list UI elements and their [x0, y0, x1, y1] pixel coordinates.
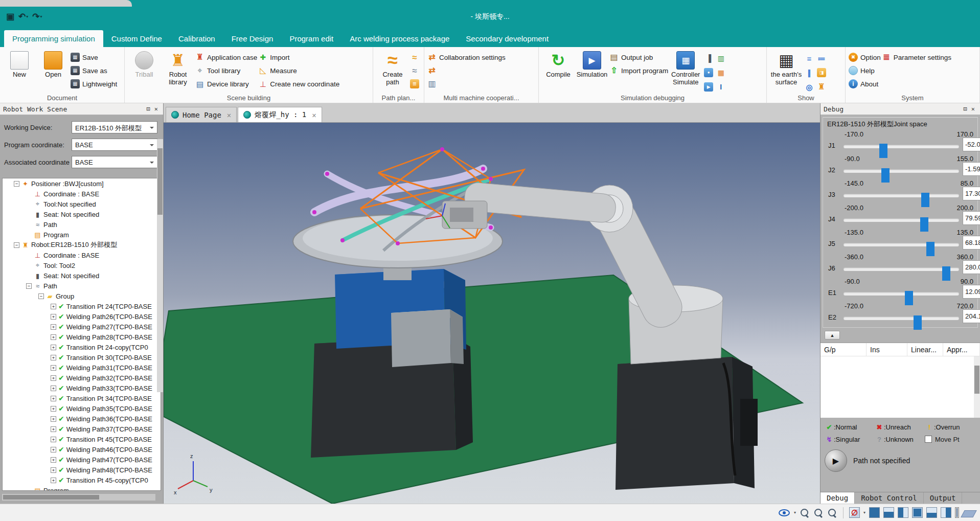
- collapse-expander[interactable]: −: [26, 283, 32, 289]
- ribbon-tab-custom-define[interactable]: Custom Define: [103, 30, 170, 47]
- tree-item[interactable]: ▤Program: [3, 230, 161, 240]
- eye-caret[interactable]: ▾: [794, 510, 796, 515]
- tree-horizontal-scrollbar[interactable]: [2, 494, 155, 501]
- joint-value-input[interactable]: 17.30: [963, 187, 980, 200]
- view-solid-icon[interactable]: [869, 507, 880, 518]
- 3d-viewport[interactable]: zxy: [164, 123, 820, 504]
- tree-item[interactable]: +✔Welding Path32(TCP0-BASE: [3, 373, 161, 383]
- create-path-button[interactable]: ≈Create path: [376, 49, 409, 86]
- collapse-expander[interactable]: −: [38, 293, 44, 299]
- tree-item[interactable]: +✔Welding Path48(TCP0-BASE: [3, 465, 161, 475]
- io-monitor-button[interactable]: I: [716, 82, 725, 92]
- joint-slider-track[interactable]: [844, 218, 959, 222]
- view-hidden-edge-icon[interactable]: [912, 507, 923, 518]
- tree-item[interactable]: +✔Welding Path35(TCP0-BASE: [3, 403, 161, 414]
- path-doc-button[interactable]: ≣: [410, 78, 419, 89]
- view-zoom-button[interactable]: ◎: [805, 82, 814, 92]
- tree-item[interactable]: ⊥Coordinate : BASE: [3, 250, 161, 260]
- expand-expander[interactable]: +: [51, 314, 56, 320]
- joint-value-input[interactable]: 68.18: [963, 236, 980, 250]
- display-list-button[interactable]: ≔: [817, 54, 826, 63]
- joint-value-input[interactable]: 79.59: [963, 211, 980, 225]
- tree-item[interactable]: −✦Positioner :BWJ[custom]: [3, 178, 161, 189]
- tree-item[interactable]: ≈Path: [3, 219, 161, 230]
- collaboration-sync-button[interactable]: ⇄: [427, 65, 506, 76]
- joint-value-input[interactable]: -52.0: [963, 138, 980, 151]
- expand-expander[interactable]: +: [51, 304, 56, 309]
- tool-library-button[interactable]: ⌖Tool library: [195, 65, 257, 76]
- lightweight-button[interactable]: ▦Lightweight: [71, 78, 117, 89]
- multi-monitor-button[interactable]: ▥: [427, 78, 506, 89]
- expand-expander[interactable]: +: [51, 396, 56, 401]
- joint-slider-track[interactable]: [844, 243, 959, 246]
- ribbon-tab-arc-welding-process-package[interactable]: Arc welding process package: [341, 30, 458, 47]
- ribbon-tab-programming-simulation[interactable]: Programming simulation: [4, 30, 103, 47]
- option-button[interactable]: ✖Option: [849, 52, 881, 63]
- ribbon-tab-secondary-development[interactable]: Secondary development: [458, 30, 557, 47]
- tree-item[interactable]: +✔Welding Path46(TCP0-BASE: [3, 444, 161, 455]
- collapse-expander[interactable]: −: [14, 242, 19, 248]
- tree-item[interactable]: +✔Welding Path28(TCP0-BASE: [3, 332, 161, 342]
- expand-expander[interactable]: +: [51, 345, 56, 350]
- joint-value-input[interactable]: -1.59: [963, 162, 980, 176]
- ribbon-tab-calibration[interactable]: Calibration: [170, 30, 223, 47]
- device-library-button[interactable]: ▤Device library: [195, 78, 257, 89]
- joint-slider-track[interactable]: [844, 194, 959, 197]
- tree-item[interactable]: +✔Transition Pt 24(TCP0-BASE: [3, 301, 161, 311]
- tree-item[interactable]: +✔Welding Path36(TCP0-BASE: [3, 414, 161, 424]
- view-wireframe-grid-icon[interactable]: [955, 507, 959, 518]
- col-gp[interactable]: G/p: [821, 343, 867, 356]
- tree-item[interactable]: −▰Group: [3, 291, 161, 301]
- collapse-joints-button[interactable]: ▲: [825, 331, 840, 339]
- ribbon-tab-program-edit[interactable]: Program edit: [281, 30, 341, 47]
- col-linear[interactable]: Linear...: [907, 343, 943, 356]
- measure-button[interactable]: ◺Measure: [258, 65, 339, 76]
- simulation-button[interactable]: ▶Simulation: [576, 49, 608, 79]
- record-film-button[interactable]: ▐: [704, 54, 713, 63]
- tree-item[interactable]: ⌖Tool: Tool2: [3, 260, 161, 270]
- pose-blocks-button[interactable]: ▦: [716, 68, 725, 77]
- tree-item[interactable]: ▮Seat: Not specified: [3, 209, 161, 219]
- output-job-button[interactable]: ▤Output job: [609, 52, 668, 63]
- tree-item[interactable]: +✔Transition Pt 45(TCP0-BASE: [3, 434, 161, 444]
- document-tab[interactable]: Home Page✕: [166, 107, 237, 122]
- ribbon-tab-free-design[interactable]: Free Design: [223, 30, 282, 47]
- zoom-fit-icon[interactable]: [800, 508, 810, 518]
- checkbox-icon[interactable]: [925, 436, 932, 443]
- tree-vertical-scrollbar[interactable]: [157, 139, 163, 392]
- robot-library-button[interactable]: ♜Robot library: [162, 49, 194, 86]
- tree-item[interactable]: +✔Welding Path37(TCP0-BASE: [3, 424, 161, 434]
- associated-coordinate-select[interactable]: BASE: [72, 156, 157, 168]
- joint-slider-track[interactable]: [844, 169, 959, 173]
- view-shaded-top-icon[interactable]: [883, 507, 894, 518]
- close-panel-icon[interactable]: ✕: [969, 105, 977, 112]
- compile-button[interactable]: ↻Compile: [542, 49, 575, 79]
- tree-item[interactable]: +✔Transition Pt 24-copy(TCP0: [3, 342, 161, 352]
- display-settings-button[interactable]: ≡: [805, 54, 814, 63]
- tree-item[interactable]: ⊥Coordinate : BASE: [3, 189, 161, 199]
- col-ins[interactable]: Ins: [867, 343, 907, 356]
- view-half-icon[interactable]: [941, 507, 951, 518]
- controller-simulate-button[interactable]: ▦Controller Simulate: [669, 49, 702, 86]
- expand-expander[interactable]: +: [51, 437, 56, 442]
- close-panel-icon[interactable]: ✕: [152, 105, 160, 112]
- import-program-button[interactable]: ⇧Import program: [609, 65, 668, 76]
- section-view-off-icon[interactable]: ∅: [849, 507, 860, 518]
- tree-item[interactable]: +✔Transition Pt 30(TCP0-BASE: [3, 352, 161, 363]
- expand-expander[interactable]: +: [51, 457, 56, 463]
- scene-folder-button[interactable]: ◨: [817, 68, 826, 77]
- close-tab-icon[interactable]: ✕: [225, 111, 231, 119]
- tree-item[interactable]: ▮Seat: Not specified: [3, 270, 161, 281]
- view-slab-icon[interactable]: [961, 510, 976, 517]
- open-button[interactable]: Open: [37, 49, 70, 79]
- collapse-expander[interactable]: −: [14, 181, 19, 187]
- panel-tab-output[interactable]: Output: [924, 492, 963, 504]
- import-button[interactable]: ✚Import: [258, 52, 339, 63]
- path-add-button[interactable]: ≈: [410, 52, 419, 63]
- program-coordinate-select[interactable]: BASE: [72, 139, 157, 151]
- adjust-sliders-button[interactable]: ∥: [805, 68, 814, 77]
- expand-expander[interactable]: +: [51, 365, 56, 371]
- tree-item[interactable]: +✔Welding Path26(TCP0-BASE: [3, 311, 161, 322]
- panel-tab-robot-control[interactable]: Robot Control: [855, 492, 924, 504]
- float-panel-icon[interactable]: ⊡: [145, 105, 152, 112]
